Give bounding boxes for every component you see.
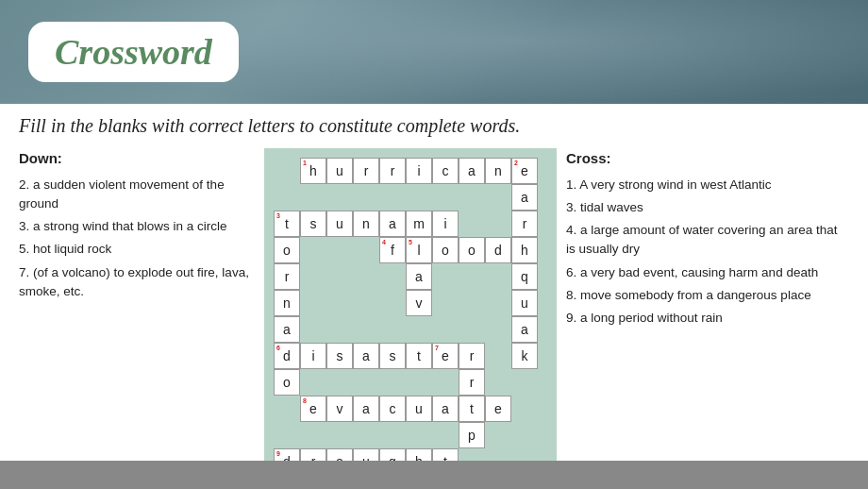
cell-r1c8: a bbox=[459, 158, 485, 184]
cell-r8c1: 6d bbox=[274, 343, 300, 369]
content-area: Fill in the blanks with correct letters … bbox=[0, 104, 868, 489]
cell-r8c10: k bbox=[511, 343, 538, 369]
main-content: Crossword Fill in the blanks with correc… bbox=[0, 0, 868, 489]
app-title: Crossword bbox=[55, 32, 212, 72]
cell-r9c1: o bbox=[274, 369, 300, 396]
cell-r5c1: r bbox=[274, 263, 300, 290]
cross-clue-6: 6. a very bad event, causing harm and de… bbox=[566, 263, 849, 282]
cross-clues-panel: Cross: 1. A very strong wind in west Atl… bbox=[566, 148, 849, 331]
cell-r4c1: o bbox=[274, 237, 300, 263]
cell-r10c5: c bbox=[379, 396, 406, 422]
cell-r5c10: q bbox=[511, 263, 538, 290]
cell-r3c1: 3t bbox=[274, 211, 300, 237]
cell-r1c5: r bbox=[379, 158, 406, 184]
cell-r3c6: m bbox=[406, 211, 432, 237]
cell-r8c6: t bbox=[406, 343, 432, 369]
cross-clue-3: 3. tidal waves bbox=[566, 198, 849, 217]
cell-r7c10: a bbox=[511, 316, 538, 343]
cell-r4c5: 4f bbox=[379, 237, 406, 263]
cell-r2c10: a bbox=[511, 184, 538, 211]
cell-r11c8: p bbox=[459, 422, 485, 448]
cell-r10c8: t bbox=[459, 396, 485, 422]
cell-r8c7: 7e bbox=[432, 343, 459, 369]
down-clue-5: 5. hot liquid rock bbox=[19, 240, 255, 259]
cell-r1c7: c bbox=[432, 158, 459, 184]
cell-r8c5: s bbox=[379, 343, 406, 369]
bottom-bar bbox=[0, 461, 868, 489]
cross-clue-4: 4. a large amount of water covering an a… bbox=[566, 221, 849, 260]
cell-r3c2: s bbox=[300, 211, 326, 237]
cell-r3c5: a bbox=[379, 211, 406, 237]
cell-r8c3: s bbox=[326, 343, 353, 369]
header: Crossword bbox=[0, 0, 868, 104]
cell-r1c9: n bbox=[485, 158, 511, 184]
three-column-layout: Down: 2. a sudden violent movement of th… bbox=[19, 148, 849, 484]
cell-r6c10: u bbox=[511, 290, 538, 316]
cell-r8c8: r bbox=[459, 343, 485, 369]
cell-r1c6: i bbox=[406, 158, 432, 184]
cell-r4c6: 5l bbox=[406, 237, 432, 263]
cell-r1c10: 2e bbox=[511, 158, 538, 184]
cell-r1c3: u bbox=[326, 158, 353, 184]
down-clue-7: 7. (of a volcano) to explode out fire, l… bbox=[19, 263, 255, 302]
cell-r1c4: r bbox=[353, 158, 379, 184]
cell-r10c4: a bbox=[353, 396, 379, 422]
cell-r3c4: n bbox=[353, 211, 379, 237]
down-clues-panel: Down: 2. a sudden violent movement of th… bbox=[19, 148, 255, 305]
cross-clue-8: 8. move somebody from a dangerous place bbox=[566, 286, 849, 305]
cell-r10c9: e bbox=[485, 396, 511, 422]
cell-r4c9: d bbox=[485, 237, 511, 263]
cross-clue-9: 9. a long period without rain bbox=[566, 309, 849, 328]
cell-r10c2: 8e bbox=[300, 396, 326, 422]
cell-r4c7: o bbox=[432, 237, 459, 263]
subtitle: Fill in the blanks with correct letters … bbox=[19, 115, 849, 137]
down-clue-3: 3. a strong wind that blows in a circle bbox=[19, 217, 255, 236]
cell-r3c3: u bbox=[326, 211, 353, 237]
cell-r6c1: n bbox=[274, 290, 300, 316]
cell-r8c2: i bbox=[300, 343, 326, 369]
cross-heading: Cross: bbox=[566, 148, 849, 170]
cross-clue-1: 1. A very strong wind in west Atlantic bbox=[566, 176, 849, 194]
cell-r3c10: r bbox=[511, 211, 538, 237]
cell-r4c10: h bbox=[511, 237, 538, 263]
crossword-grid-container: 1h u r r i c a n 2e a 3t s u n a bbox=[264, 148, 557, 484]
crossword-badge: Crossword bbox=[28, 22, 239, 82]
cell-r10c6: u bbox=[406, 396, 432, 422]
cell-r4c8: o bbox=[459, 237, 485, 263]
cell-r8c4: a bbox=[353, 343, 379, 369]
cell-r9c8: r bbox=[459, 369, 485, 396]
cell-r1c2: 1h bbox=[300, 158, 326, 184]
cell-r10c3: v bbox=[326, 396, 353, 422]
cell-r3c7: i bbox=[432, 211, 459, 237]
down-clue-2: 2. a sudden violent movement of the grou… bbox=[19, 176, 255, 214]
down-heading: Down: bbox=[19, 148, 255, 170]
cell-r7c1: a bbox=[274, 316, 300, 343]
crossword-grid: 1h u r r i c a n 2e a 3t s u n a bbox=[274, 158, 547, 475]
cell-r5c6: a bbox=[406, 263, 432, 290]
cell-r10c7: a bbox=[432, 396, 459, 422]
cell-r6c6: v bbox=[406, 290, 432, 316]
